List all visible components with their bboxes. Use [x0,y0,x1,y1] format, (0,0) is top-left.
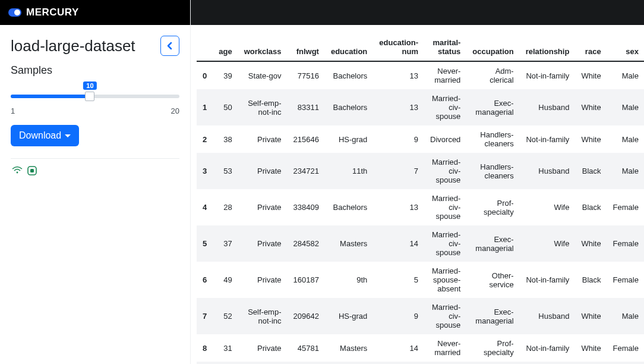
col-race: race [575,33,607,61]
cell-relationship: Husband [520,89,576,125]
cell-education-num: 9 [373,298,424,334]
cell-age: 52 [213,298,238,334]
main-content: age workclass fnlwgt education education… [190,0,644,364]
col-index [197,33,213,61]
row-index: 4 [197,189,213,225]
cell-marital-status: Married-civ-spouse [424,153,466,189]
cell-workclass: Self-emp-not-inc [238,89,288,125]
slider-thumb[interactable] [85,92,94,101]
table-row: 537Private284582Masters14Married-civ-spo… [197,225,644,262]
download-button-label: Download [19,130,61,141]
col-occupation: occupation [466,33,519,61]
cell-race: Black [575,262,607,298]
svg-rect-2 [30,169,34,172]
cell-marital-status: Married-spouse-absent [424,262,466,298]
cell-education-num: 9 [373,125,424,153]
cell-age: 37 [213,225,238,262]
cell-relationship: Not-in-family [520,262,576,298]
mercury-logo-icon [8,8,21,17]
download-button[interactable]: Download [11,125,79,146]
cell-relationship: Wife [520,189,576,225]
col-relationship: relationship [520,33,576,61]
slider-max: 20 [171,106,179,115]
cell-race: White [575,225,607,262]
cell-race: White [575,61,607,89]
cell-workclass: Private [238,189,288,225]
cell-occupation: Exec-managerial [466,298,519,334]
cell-race: White [575,89,607,125]
cell-occupation: Handlers-cleaners [466,153,519,189]
cell-race: White [575,125,607,153]
cell-occupation: Adm-clerical [466,61,519,89]
col-education-num: education-num [373,33,424,61]
cell-marital-status: Married-civ-spouse [424,89,466,125]
sidebar: MERCURY load-large-dataset Samples 10 1 … [0,0,190,364]
data-table: age workclass fnlwgt education education… [197,33,644,364]
cell-age: 42 [213,362,238,364]
samples-slider[interactable]: 10 [11,81,179,105]
col-age: age [213,33,238,61]
cell-marital-status: Married-civ-spouse [424,225,466,262]
cell-fnlwgt: 83311 [288,89,325,125]
row-index: 2 [197,125,213,153]
cell-workclass: Private [238,153,288,189]
table-row: 428Private338409Bachelors13Married-civ-s… [197,189,644,225]
samples-label: Samples [11,64,179,77]
data-table-container[interactable]: age workclass fnlwgt education education… [191,25,644,364]
cell-education-num: 13 [373,61,424,89]
topbar-right [191,0,644,25]
cell-fnlwgt: 338409 [288,189,325,225]
cell-education-num: 7 [373,153,424,189]
cell-fnlwgt: 234721 [288,153,325,189]
cell-sex: Female [607,262,644,298]
table-row: 353Private23472111th7Married-civ-spouseH… [197,153,644,189]
row-index: 3 [197,153,213,189]
slider-fill [11,95,90,98]
cell-relationship: Not-in-family [520,61,576,89]
status-icons [11,166,179,175]
cell-fnlwgt: 77516 [288,61,325,89]
row-index: 9 [197,362,213,364]
col-workclass: workclass [238,33,288,61]
cell-fnlwgt: 215646 [288,125,325,153]
cell-marital-status: Never-married [424,61,466,89]
cell-education-num: 13 [373,89,424,125]
cell-age: 50 [213,89,238,125]
cell-education-num: 5 [373,262,424,298]
col-marital-status: marital-status [424,33,466,61]
cell-education: Masters [325,225,373,262]
cell-workclass: Private [238,262,288,298]
cell-workclass: Private [238,225,288,262]
cell-workclass: Self-emp-not-inc [238,298,288,334]
cell-relationship: Husband [520,153,576,189]
cell-fnlwgt: 160187 [288,262,325,298]
cell-education: 9th [325,262,373,298]
cell-workclass: State-gov [238,61,288,89]
cell-occupation: Other-service [466,262,519,298]
kernel-status-icon [27,166,37,175]
brand-name: MERCURY [26,7,79,18]
cell-sex: Male [607,298,644,334]
cell-education: HS-grad [325,298,373,334]
cell-workclass: Private [238,334,288,362]
cell-sex: Female [607,334,644,362]
cell-fnlwgt: 209642 [288,298,325,334]
cell-marital-status: Married-civ-spouse [424,189,466,225]
cell-race: White [575,334,607,362]
cell-relationship: Husband [520,298,576,334]
table-row: 831Private45781Masters14Never-marriedPro… [197,334,644,362]
cell-age: 49 [213,262,238,298]
table-row: 649Private1601879th5Married-spouse-absen… [197,262,644,298]
cell-sex: Male [607,61,644,89]
collapse-sidebar-button[interactable] [160,36,179,56]
cell-age: 28 [213,189,238,225]
slider-min: 1 [11,106,15,115]
cell-marital-status: Married-civ-spouse [424,362,466,364]
table-row: 150Self-emp-not-inc83311Bachelors13Marri… [197,89,644,125]
cell-age: 39 [213,61,238,89]
cell-fnlwgt: 284582 [288,225,325,262]
cell-occupation: Exec-managerial [466,225,519,262]
table-row: 238Private215646HS-grad9DivorcedHandlers… [197,125,644,153]
cell-sex: Female [607,225,644,262]
cell-age: 38 [213,125,238,153]
